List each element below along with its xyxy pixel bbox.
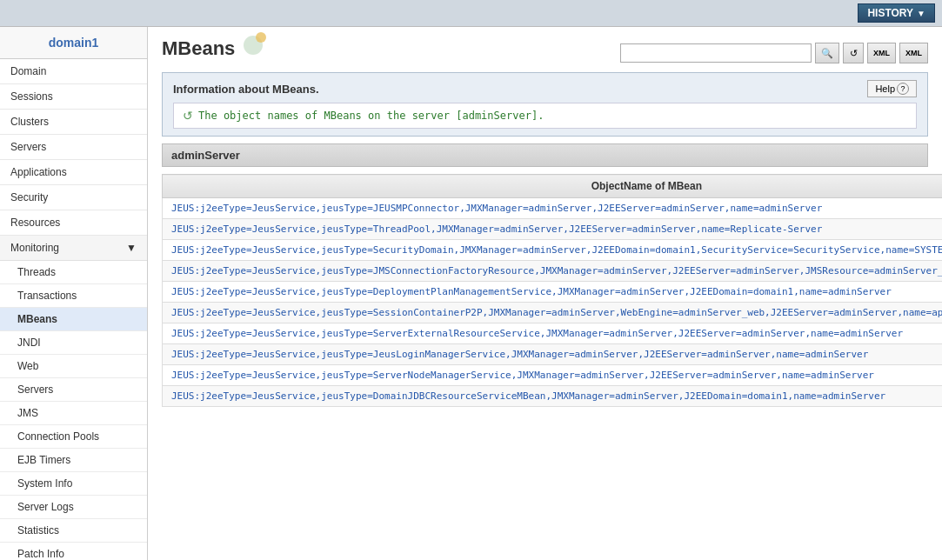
table-row[interactable]: JEUS:j2eeType=JeusService,jeusType=JeusL… — [163, 344, 943, 365]
mbean-link[interactable]: JEUS:j2eeType=JeusService,jeusType=Domai… — [171, 390, 885, 402]
export-xml2-button[interactable]: XML — [899, 43, 928, 63]
table-row[interactable]: JEUS:j2eeType=JeusService,jeusType=Deplo… — [163, 282, 943, 303]
sidebar-item-server-logs[interactable]: Server Logs — [0, 496, 147, 519]
info-text: The object names of MBeans on the server… — [198, 110, 544, 122]
mbean-link[interactable]: JEUS:j2eeType=JeusService,jeusType=JMSCo… — [171, 265, 942, 277]
sidebar-item-security[interactable]: Security — [0, 185, 147, 210]
sidebar-item-jms[interactable]: JMS — [0, 402, 147, 425]
mbean-link[interactable]: JEUS:j2eeType=JeusService,jeusType=JEUSM… — [171, 203, 822, 214]
table-row[interactable]: JEUS:j2eeType=JeusService,jeusType=JMSCo… — [163, 261, 943, 282]
sidebar-item-connection-pools[interactable]: Connection Pools — [0, 425, 147, 449]
mbean-link[interactable]: JEUS:j2eeType=JeusService,jeusType=Deplo… — [171, 286, 892, 297]
table-row[interactable]: JEUS:j2eeType=JeusService,jeusType=Serve… — [163, 365, 943, 386]
sidebar: domain1 Domain Sessions Clusters Servers… — [0, 27, 148, 560]
info-box-title: Information about MBeans. — [173, 83, 319, 96]
sidebar-item-clusters[interactable]: Clusters — [0, 110, 147, 135]
sidebar-item-applications[interactable]: Applications — [0, 160, 147, 185]
sidebar-item-resources[interactable]: Resources — [0, 210, 147, 236]
mbean-link[interactable]: JEUS:j2eeType=JeusService,jeusType=Serve… — [171, 328, 903, 339]
sidebar-item-domain[interactable]: Domain — [0, 59, 147, 84]
refresh-button[interactable]: ↺ — [843, 43, 864, 63]
sidebar-item-patch-info[interactable]: Patch Info — [0, 543, 147, 560]
info-box-content: ↺ The object names of MBeans on the serv… — [173, 103, 917, 129]
server-section: adminServer — [162, 143, 928, 167]
history-button[interactable]: HISTORY ▼ — [858, 3, 935, 23]
sidebar-item-statistics[interactable]: Statistics — [0, 519, 147, 543]
info-box-header: Information about MBeans. Help ? — [173, 80, 917, 97]
sidebar-item-threads[interactable]: Threads — [0, 261, 147, 284]
content-header: MBeans 🔍 ↺ XML XML — [148, 27, 942, 69]
mbean-link[interactable]: JEUS:j2eeType=JeusService,jeusType=Threa… — [171, 223, 822, 235]
table-header-objectname: ObjectName of MBean — [163, 175, 943, 198]
sidebar-item-web[interactable]: Web — [0, 355, 147, 378]
top-bar: HISTORY ▼ — [0, 0, 942, 27]
question-icon: ? — [897, 83, 909, 95]
history-label: HISTORY — [867, 7, 913, 19]
sidebar-item-servers-mon[interactable]: Servers — [0, 378, 147, 402]
sidebar-item-system-info[interactable]: System Info — [0, 472, 147, 496]
sidebar-item-transactions[interactable]: Transactions — [0, 284, 147, 308]
export-xml-button[interactable]: XML — [867, 43, 896, 63]
table-row[interactable]: JEUS:j2eeType=JeusService,jeusType=JEUSM… — [163, 198, 943, 219]
sidebar-item-jndi[interactable]: JNDI — [0, 331, 147, 355]
mbean-link[interactable]: JEUS:j2eeType=JeusService,jeusType=Serve… — [171, 370, 874, 381]
table-row[interactable]: JEUS:j2eeType=JeusService,jeusType=Domai… — [163, 386, 943, 407]
sidebar-domain[interactable]: domain1 — [0, 27, 147, 59]
main-layout: domain1 Domain Sessions Clusters Servers… — [0, 27, 942, 560]
table-row[interactable]: JEUS:j2eeType=JeusService,jeusType=Serve… — [163, 323, 943, 344]
page-title: MBeans — [162, 37, 235, 60]
table-row[interactable]: JEUS:j2eeType=JeusService,jeusType=Sessi… — [163, 303, 943, 323]
search-button[interactable]: 🔍 — [815, 43, 839, 63]
content-area: MBeans 🔍 ↺ XML XML Information about MBe… — [148, 27, 942, 560]
search-input[interactable] — [620, 43, 812, 63]
mbean-link[interactable]: JEUS:j2eeType=JeusService,jeusType=Secur… — [171, 244, 942, 256]
sidebar-item-sessions[interactable]: Sessions — [0, 84, 147, 110]
mbean-table: ObjectName of MBean JEUS:j2eeType=JeusSe… — [162, 174, 942, 407]
table-row[interactable]: JEUS:j2eeType=JeusService,jeusType=Threa… — [163, 219, 943, 240]
sidebar-group-monitoring[interactable]: Monitoring ▼ — [0, 236, 147, 261]
dropdown-arrow-icon: ▼ — [917, 9, 925, 18]
info-refresh-icon: ↺ — [183, 109, 193, 123]
server-header: adminServer — [162, 143, 928, 167]
help-button[interactable]: Help ? — [867, 80, 917, 97]
sidebar-item-mbeans[interactable]: MBeans — [0, 308, 147, 331]
info-box: Information about MBeans. Help ? ↺ The o… — [162, 72, 928, 137]
chevron-icon: ▼ — [126, 242, 137, 254]
sidebar-item-servers[interactable]: Servers — [0, 135, 147, 160]
table-row[interactable]: JEUS:j2eeType=JeusService,jeusType=Secur… — [163, 240, 943, 261]
mbean-link[interactable]: JEUS:j2eeType=JeusService,jeusType=JeusL… — [171, 349, 868, 360]
sidebar-item-ejb-timers[interactable]: EJB Timers — [0, 449, 147, 472]
mbean-link[interactable]: JEUS:j2eeType=JeusService,jeusType=Sessi… — [171, 307, 942, 318]
